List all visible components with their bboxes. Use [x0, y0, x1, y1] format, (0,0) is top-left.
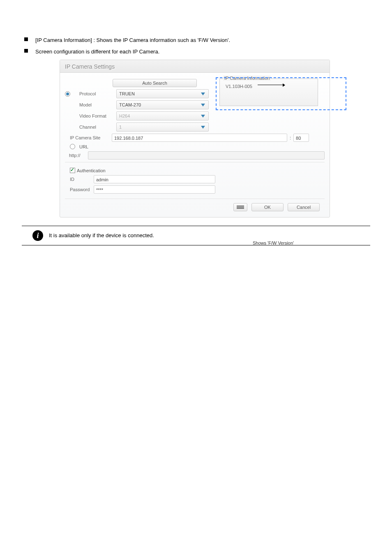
- ok-button[interactable]: OK: [251, 203, 284, 211]
- password-label: Password: [65, 187, 91, 192]
- ip-camera-information-box: IP Camera Information V1.103H-005: [219, 79, 318, 106]
- bullet-icon: [24, 49, 28, 53]
- protocol-label: Protocol: [74, 91, 114, 96]
- chevron-down-icon: [199, 102, 207, 108]
- svg-marker-1: [201, 104, 205, 106]
- model-select[interactable]: TCAM-270: [116, 100, 209, 109]
- firmware-version: V1.103H-005: [226, 84, 252, 89]
- protocol-select[interactable]: TRUEN: [116, 89, 209, 98]
- port-colon: :: [290, 135, 291, 140]
- keyboard-button[interactable]: [233, 203, 247, 211]
- model-value: TCAM-270: [119, 102, 141, 107]
- chevron-down-icon: [199, 90, 207, 97]
- video-format-select[interactable]: H264: [116, 111, 209, 120]
- id-label: ID: [65, 177, 91, 182]
- ip-camera-settings-panel: IP Camera Settings IP Camera Information…: [60, 60, 330, 217]
- panel-title: IP Camera Settings: [60, 60, 330, 73]
- url-radio[interactable]: [70, 144, 75, 149]
- video-format-value: H264: [119, 113, 130, 118]
- info-icon: i: [32, 230, 43, 241]
- authentication-checkbox[interactable]: [70, 168, 75, 173]
- video-format-label: Video Format: [74, 113, 114, 118]
- callout-text: Shows 'F/W Version': [253, 240, 294, 245]
- site-label: IP Camera Site: [65, 135, 109, 140]
- channel-label: Channel: [74, 125, 114, 130]
- keyboard-icon: [237, 206, 244, 209]
- info-legend: IP Camera Information: [223, 76, 271, 81]
- channel-select[interactable]: 1: [116, 123, 209, 132]
- note-box: i It is available only if the device is …: [22, 226, 370, 245]
- http-label: http://: [65, 153, 85, 158]
- protocol-value: TRUEN: [119, 91, 135, 96]
- password-input[interactable]: ****: [94, 185, 215, 194]
- bullet-icon: [24, 37, 28, 41]
- ip-camera-site-input[interactable]: 192.168.0.187: [112, 134, 287, 142]
- note-text: It is available only if the device is co…: [49, 232, 154, 239]
- chevron-down-icon: [199, 124, 207, 130]
- protocol-radio[interactable]: [65, 91, 70, 97]
- svg-marker-0: [201, 92, 205, 95]
- channel-value: 1: [119, 125, 122, 130]
- chevron-down-icon: [199, 113, 207, 119]
- model-label: Model: [74, 102, 114, 107]
- bullet-text-1: [IP Camera Information] : Shows the IP C…: [35, 36, 230, 44]
- url-radio-label: URL: [79, 144, 88, 149]
- cancel-button[interactable]: Cancel: [288, 203, 320, 211]
- authentication-label: Authentication: [77, 168, 106, 173]
- bullet-text-2: Screen configuration is different for ea…: [35, 48, 159, 56]
- port-input[interactable]: 80: [293, 134, 309, 142]
- url-input[interactable]: [88, 151, 325, 160]
- svg-marker-2: [201, 115, 205, 118]
- arrow-icon: [258, 85, 285, 85]
- auto-search-button[interactable]: Auto Search: [113, 79, 197, 87]
- svg-marker-3: [201, 126, 205, 129]
- id-input[interactable]: admin: [94, 175, 215, 183]
